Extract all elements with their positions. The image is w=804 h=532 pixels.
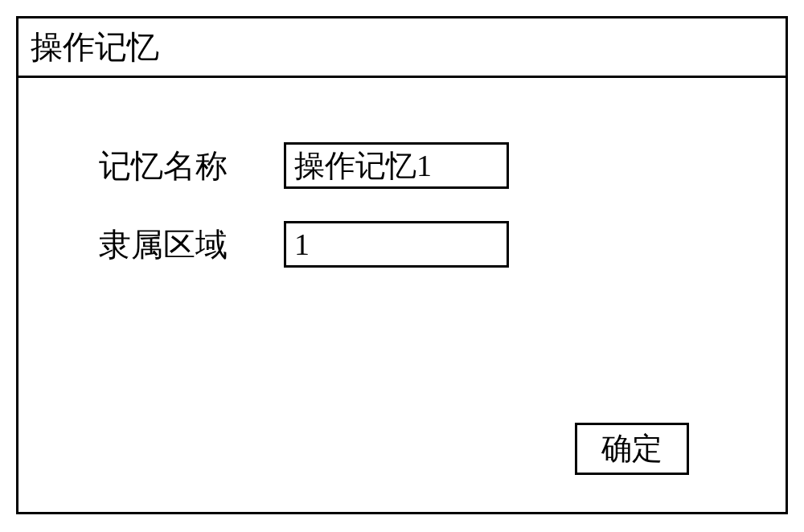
confirm-button[interactable]: 确定 xyxy=(575,423,689,475)
dialog-window: 操作记忆 记忆名称 隶属区域 确定 xyxy=(16,16,788,514)
title-bar: 操作记忆 xyxy=(18,18,786,78)
form-row-belong-area: 隶属区域 xyxy=(99,221,737,268)
memory-name-label: 记忆名称 xyxy=(99,144,284,188)
window-title: 操作记忆 xyxy=(31,29,159,65)
belong-area-input[interactable] xyxy=(284,221,509,268)
form-row-memory-name: 记忆名称 xyxy=(99,142,737,189)
belong-area-label: 隶属区域 xyxy=(99,223,284,267)
memory-name-input[interactable] xyxy=(284,142,509,189)
content-area: 记忆名称 隶属区域 确定 xyxy=(18,78,786,515)
button-row: 确定 xyxy=(575,423,689,475)
